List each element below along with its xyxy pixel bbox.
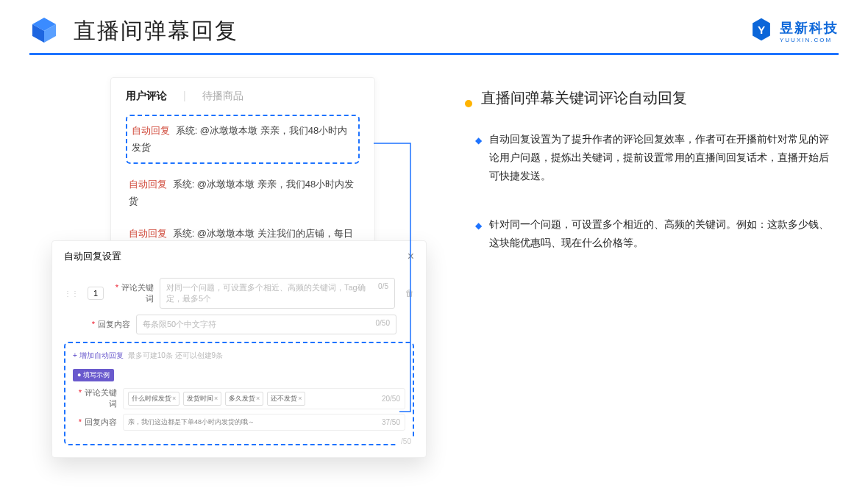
auto-reply-settings-modal: 自动回复设置 × ⋮⋮ 1 *评论关键词 对同一个问题，可设置多个相近、高频的关… <box>51 240 427 458</box>
content-row: *回复内容 每条限50个中文字符 0/50 <box>86 315 414 334</box>
tag: 还不发货× <box>267 392 305 406</box>
example-badge: ● 填写示例 <box>73 369 114 381</box>
page-header: 直播间弹幕回复 Y 昱新科技 YUUXIN.COM <box>0 0 868 53</box>
bullet-text: 自动回复设置为了提升作者的评论回复效率，作者可在开播前针对常见的评论用户问题，提… <box>489 130 839 186</box>
example-content-text: 亲，我们这边都是下单48小时内发货的哦～ <box>128 417 255 427</box>
example-keyword-label: *评论关键词 <box>73 387 117 409</box>
drag-handle-icon[interactable]: ⋮⋮ <box>64 290 79 298</box>
cube-icon <box>29 15 59 47</box>
tab-divider: | <box>183 90 186 103</box>
auto-reply-label: 自动回复 <box>129 179 167 190</box>
trash-icon[interactable]: 🗑 <box>405 288 414 298</box>
example-content-counter: 37/50 <box>382 418 400 426</box>
example-content-row: *回复内容 亲，我们这边都是下单48小时内发货的哦～ 37/50 <box>73 414 405 431</box>
keyword-input[interactable]: 对同一个问题，可设置多个相近、高频的关键词，Tag确定，最多5个 0/5 <box>160 278 395 309</box>
example-keyword-counter: 20/50 <box>382 395 400 403</box>
description-column: 直播间弹幕关键词评论自动回复 ◆ 自动回复设置为了提升作者的评论回复效率，作者可… <box>397 77 839 284</box>
tab-user-comments[interactable]: 用户评论 <box>126 90 167 103</box>
feature-bullet: ◆ 自动回复设置为了提升作者的评论回复效率，作者可在开播前针对常见的评论用户问题… <box>475 130 839 186</box>
example-content-input[interactable]: 亲，我们这边都是下单48小时内发货的哦～ 37/50 <box>123 414 405 431</box>
content-counter: 0/50 <box>376 319 390 330</box>
svg-text:Y: Y <box>758 24 765 36</box>
comment-row: 自动回复 系统: @冰墩墩本墩 亲亲，我们48小时内发货 <box>126 171 360 215</box>
example-tags: 什么时候发货× 发货时间× 多久发货× 还不发货× <box>128 392 307 406</box>
keyword-placeholder: 对同一个问题，可设置多个相近、高频的关键词，Tag确定，最多5个 <box>166 282 378 304</box>
modal-header: 自动回复设置 × <box>64 250 414 263</box>
keyword-counter: 0/5 <box>378 282 388 304</box>
keyword-row: ⋮⋮ 1 *评论关键词 对同一个问题，可设置多个相近、高频的关键词，Tag确定，… <box>64 278 414 309</box>
modal-title: 自动回复设置 <box>64 250 121 263</box>
brand: Y 昱新科技 YUUXIN.COM <box>749 17 839 45</box>
section-heading: 直播间弹幕关键词评论自动回复 <box>456 88 839 108</box>
brand-name: 昱新科技 <box>780 19 839 37</box>
header-left: 直播间弹幕回复 <box>29 15 238 47</box>
example-keyword-row: *评论关键词 什么时候发货× 发货时间× 多久发货× 还不发货× 20/50 <box>73 387 405 409</box>
content-placeholder: 每条限50个中文字符 <box>143 319 216 330</box>
example-content-label: *回复内容 <box>73 417 117 428</box>
feature-bullet: ◆ 针对同一个问题，可设置多个相近的、高频的关键词。例如：这款多少钱、这块能优惠… <box>475 215 839 252</box>
header-divider <box>29 53 839 55</box>
brand-logo-icon: Y <box>749 17 774 45</box>
tag: 发货时间× <box>183 392 221 406</box>
add-hint: 最多可建10条 还可以创建9条 <box>128 351 223 361</box>
tag: 什么时候发货× <box>128 392 179 406</box>
bullet-dots-icon <box>456 90 474 107</box>
auto-reply-label: 自动回复 <box>129 228 167 239</box>
page-title: 直播间弹幕回复 <box>74 16 238 46</box>
add-auto-reply-link[interactable]: + 增加自动回复 最多可建10条 还可以创建9条 <box>73 351 405 361</box>
tag: 多久发货× <box>225 392 263 406</box>
diamond-icon: ◆ <box>475 218 482 252</box>
illustration-column: 用户评论 | 待播商品 自动回复 系统: @冰墩墩本墩 亲亲，我们48小时内发货… <box>29 77 397 284</box>
brand-subtitle: YUUXIN.COM <box>780 37 839 43</box>
bullet-text: 针对同一个问题，可设置多个相近的、高频的关键词。例如：这款多少钱、这块能优惠吗、… <box>489 215 839 252</box>
tab-pending-products[interactable]: 待播商品 <box>202 90 243 103</box>
auto-reply-label: 自动回复 <box>132 125 170 136</box>
index-box: 1 <box>88 287 104 300</box>
section-title: 直播间弹幕关键词评论自动回复 <box>481 88 687 108</box>
ghost-counter: /50 <box>398 437 414 445</box>
comment-row-highlighted: 自动回复 系统: @冰墩墩本墩 亲亲，我们48小时内发货 <box>126 115 360 164</box>
keyword-label: *评论关键词 <box>110 282 154 304</box>
content-label: *回复内容 <box>86 319 130 330</box>
example-section: + 增加自动回复 最多可建10条 还可以创建9条 ● 填写示例 *评论关键词 什… <box>64 342 414 445</box>
diamond-icon: ◆ <box>475 133 482 186</box>
content-input[interactable]: 每条限50个中文字符 0/50 <box>136 315 396 334</box>
close-icon[interactable]: × <box>408 250 414 263</box>
example-keyword-input[interactable]: 什么时候发货× 发货时间× 多久发货× 还不发货× 20/50 <box>123 388 405 409</box>
tabs: 用户评论 | 待播商品 <box>126 90 360 103</box>
brand-text: 昱新科技 YUUXIN.COM <box>780 19 839 43</box>
